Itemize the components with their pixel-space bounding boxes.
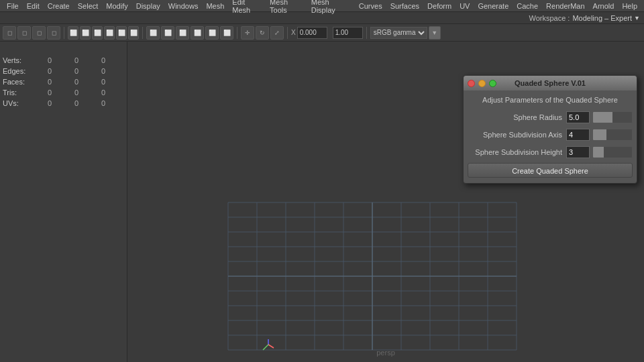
stats-v2-0: 0 <box>63 56 90 64</box>
param-label-1: Sphere Subdivision Axis <box>468 131 566 139</box>
menu-mesh-tools[interactable]: Mesh Tools <box>266 0 307 11</box>
param-row-2: Sphere Subdivision Height <box>468 145 633 159</box>
workspace-label: Workspace : <box>529 14 570 22</box>
param-input-2[interactable] <box>566 146 590 158</box>
menu-mesh-display[interactable]: Mesh Display <box>307 0 355 11</box>
stats-v1-2: 0 <box>36 78 63 86</box>
create-quaded-sphere-button[interactable]: Create Quaded Sphere <box>468 163 633 178</box>
param-label-2: Sphere Subdivision Height <box>468 148 566 156</box>
axis-icon <box>262 338 275 351</box>
toolbar-btn-16[interactable]: ⬜ <box>220 26 233 40</box>
dialog-maximize-button[interactable] <box>489 80 496 87</box>
menu-surfaces[interactable]: Surfaces <box>386 0 423 11</box>
stats-label-0: Verts: <box>3 56 36 64</box>
toolbar-sep-3 <box>237 27 237 39</box>
toolbar-btn-9[interactable]: ⬜ <box>116 26 127 40</box>
menu-renderman[interactable]: RenderMan <box>542 0 588 11</box>
menu-display[interactable]: Display <box>132 0 164 11</box>
dialog-subtitle: Adjust Parameters of the Quaded Sphere <box>468 96 633 104</box>
toolbar: ◻ ◻ ◻ ◻ ⬜ ⬜ ⬜ ⬜ ⬜ ⬜ ⬜ ⬜ ⬜ ⬜ ⬜ ⬜ ✛ ↻ ⤢ X … <box>0 24 644 42</box>
toolbar-btn-15[interactable]: ⬜ <box>205 26 219 40</box>
main-content: Verts: 0 0 0 Edges: 0 0 0 Faces: 0 0 0 T… <box>0 42 644 362</box>
menu-deform[interactable]: Deform <box>423 0 455 11</box>
stats-v3-3: 0 <box>90 88 117 97</box>
stats-label-2: Faces: <box>3 78 36 86</box>
toolbar-btn-5[interactable]: ⬜ <box>68 26 78 40</box>
param-slider-1[interactable] <box>592 129 633 141</box>
toolbar-btn-7[interactable]: ⬜ <box>92 26 103 40</box>
stats-rows: Verts: 0 0 0 Edges: 0 0 0 Faces: 0 0 0 T… <box>3 55 124 109</box>
param-input-0[interactable] <box>566 111 590 123</box>
toolbar-btn-8[interactable]: ⬜ <box>104 26 115 40</box>
stats-label-4: UVs: <box>3 99 36 107</box>
param-input-1[interactable] <box>566 129 590 141</box>
params-container: Sphere Radius Sphere Subdivision Axis Sp… <box>468 111 633 159</box>
stats-v3-0: 0 <box>90 56 117 64</box>
menu-mesh[interactable]: Mesh <box>202 0 228 11</box>
toolbar-btn-scale[interactable]: ⤢ <box>270 26 284 40</box>
toolbar-btn-13[interactable]: ⬜ <box>176 26 189 40</box>
toolbar-btn-12[interactable]: ⬜ <box>161 26 174 40</box>
dialog-title: Quaded Sphere V.01 <box>515 79 586 87</box>
stats-row-2: Faces: 0 0 0 <box>3 76 124 87</box>
toolbar-sep-4 <box>287 27 288 39</box>
menu-generate[interactable]: Generate <box>474 0 513 11</box>
x-input[interactable] <box>297 27 327 39</box>
menu-bar: File Edit Create Select Modify Display W… <box>0 0 644 12</box>
menu-uv[interactable]: UV <box>455 0 474 11</box>
stats-label-3: Tris: <box>3 88 36 97</box>
menu-select[interactable]: Select <box>74 0 103 11</box>
dialog-minimize-button[interactable] <box>478 80 486 87</box>
stats-header <box>3 44 124 55</box>
stats-v3-2: 0 <box>90 78 117 86</box>
toolbar-btn-4[interactable]: ◻ <box>47 26 60 40</box>
stats-row-0: Verts: 0 0 0 <box>3 55 124 66</box>
viewport[interactable]: persp Quaded Sphere V.01 Adjust Paramete… <box>127 42 644 362</box>
menu-cache[interactable]: Cache <box>513 0 542 11</box>
toolbar-btn-move[interactable]: ✛ <box>241 26 254 40</box>
dialog: Quaded Sphere V.01 Adjust Parameters of … <box>463 75 637 184</box>
dialog-body: Adjust Parameters of the Quaded Sphere S… <box>464 90 637 183</box>
menu-help[interactable]: Help <box>618 0 641 11</box>
stats-row-3: Tris: 0 0 0 <box>3 87 124 98</box>
menu-curves[interactable]: Curves <box>355 0 386 11</box>
stats-label-1: Edges: <box>3 67 36 75</box>
stats-v2-3: 0 <box>63 88 90 97</box>
axis-indicator <box>262 338 275 353</box>
y-input[interactable] <box>333 27 363 39</box>
param-label-0: Sphere Radius <box>468 113 566 121</box>
stats-v3-4: 0 <box>90 99 117 107</box>
stats-row-4: UVs: 0 0 0 <box>3 98 124 109</box>
workspace-dropdown-icon[interactable]: ▼ <box>634 15 640 21</box>
toolbar-btn-11[interactable]: ⬜ <box>146 26 160 40</box>
stats-v2-2: 0 <box>63 78 90 86</box>
toolbar-btn-14[interactable]: ⬜ <box>191 26 204 40</box>
svg-line-1 <box>268 345 274 348</box>
x-label: X <box>291 29 296 36</box>
color-space-select[interactable]: sRGB gamma <box>370 27 427 39</box>
toolbar-btn-3[interactable]: ◻ <box>32 26 46 40</box>
stats-v2-1: 0 <box>63 67 90 75</box>
toolbar-btn-color[interactable]: ▼ <box>429 26 441 40</box>
toolbar-btn-10[interactable]: ⬜ <box>128 26 139 40</box>
menu-file[interactable]: File <box>3 0 23 11</box>
menu-arnold[interactable]: Arnold <box>589 0 619 11</box>
toolbar-btn-1[interactable]: ◻ <box>3 26 16 40</box>
menu-create[interactable]: Create <box>44 0 74 11</box>
stats-v1-1: 0 <box>36 67 63 75</box>
param-slider-2[interactable] <box>592 146 633 158</box>
stats-table <box>3 44 124 55</box>
toolbar-btn-6[interactable]: ⬜ <box>80 26 91 40</box>
param-row-0: Sphere Radius <box>468 111 633 124</box>
menu-modify[interactable]: Modify <box>102 0 131 11</box>
toolbar-btn-rotate[interactable]: ↻ <box>256 26 269 40</box>
stats-v1-0: 0 <box>36 56 63 64</box>
toolbar-btn-2[interactable]: ◻ <box>17 26 31 40</box>
viewport-label: persp <box>376 349 395 357</box>
param-slider-0[interactable] <box>592 111 633 123</box>
menu-edit-mesh[interactable]: Edit Mesh <box>228 0 266 11</box>
dialog-close-button[interactable] <box>468 80 475 87</box>
menu-windows[interactable]: Windows <box>164 0 203 11</box>
workspace-value[interactable]: Modeling – Expert <box>572 14 632 22</box>
menu-edit[interactable]: Edit <box>23 0 44 11</box>
